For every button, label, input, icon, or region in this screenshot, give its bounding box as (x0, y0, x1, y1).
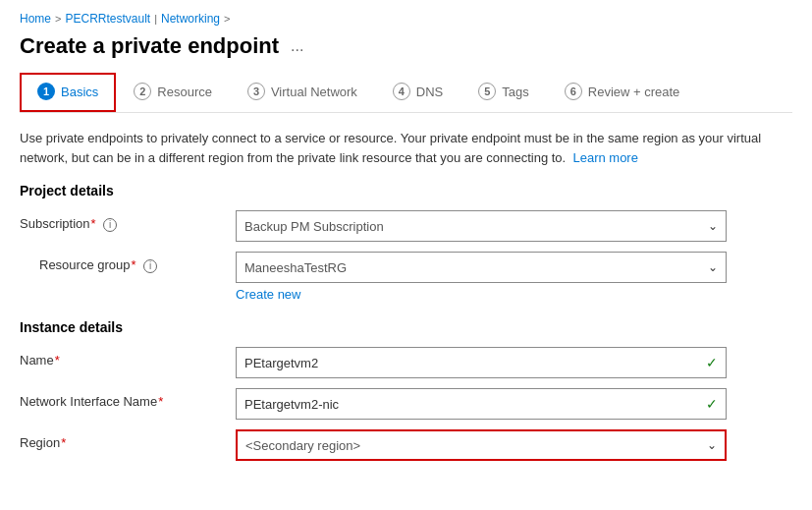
breadcrumb-section[interactable]: Networking (161, 12, 220, 26)
breadcrumb-vault[interactable]: PECRRtestvault (65, 12, 150, 26)
description-box: Use private endpoints to privately conne… (20, 129, 792, 167)
region-dropdown[interactable]: <Secondary region> ⌄ (236, 429, 727, 461)
name-value: PEtargetvm2 (244, 356, 698, 370)
nic-control: PEtargetvm2-nic ✓ (236, 388, 792, 420)
instance-details-section: Instance details Name* PEtargetvm2 ✓ Net… (20, 319, 792, 461)
step-vnet-num: 3 (247, 83, 265, 100)
ellipsis-button[interactable]: ... (287, 35, 307, 57)
breadcrumb-sep1: > (55, 13, 61, 25)
nic-label: Network Interface Name (20, 394, 157, 409)
step-review-create[interactable]: 6 Review + create (547, 73, 698, 112)
description-text: Use private endpoints to privately conne… (20, 131, 761, 165)
region-row: Region* <Secondary region> ⌄ (20, 429, 792, 461)
step-tags[interactable]: 5 Tags (460, 73, 546, 112)
nic-label-col: Network Interface Name* (20, 388, 236, 409)
subscription-label-col: Subscription* i (20, 210, 236, 232)
step-virtual-network[interactable]: 3 Virtual Network (230, 73, 375, 112)
name-check-icon: ✓ (706, 355, 718, 370)
step-tags-num: 5 (478, 83, 496, 100)
region-required: * (61, 435, 66, 450)
step-review-label: Review + create (588, 85, 680, 99)
rg-chevron-icon: ⌄ (708, 260, 718, 274)
wizard-steps: 1 Basics 2 Resource 3 Virtual Network 4 … (20, 73, 792, 113)
step-resource[interactable]: 2 Resource (116, 73, 230, 112)
name-required: * (55, 353, 60, 368)
resource-group-label-col: Resource group* i (20, 252, 236, 273)
subscription-required: * (91, 216, 96, 231)
learn-more-link[interactable]: Learn more (572, 150, 637, 165)
region-label-col: Region* (20, 429, 236, 450)
step-tags-label: Tags (502, 85, 528, 99)
project-details-section: Project details Subscription* i Backup P… (20, 183, 792, 302)
rg-required: * (132, 257, 136, 272)
subscription-label: Subscription (20, 216, 90, 231)
project-details-title: Project details (20, 183, 792, 198)
nic-required: * (158, 394, 163, 409)
step-dns[interactable]: 4 DNS (375, 73, 460, 112)
subscription-chevron-icon: ⌄ (708, 219, 718, 233)
rg-value: ManeeshaTestRG (244, 260, 700, 275)
step-dns-label: DNS (416, 85, 443, 99)
subscription-control: Backup PM Subscription ⌄ (236, 210, 792, 242)
step-resource-label: Resource (157, 85, 212, 99)
step-vnet-label: Virtual Network (271, 85, 357, 99)
region-control: <Secondary region> ⌄ (236, 429, 792, 461)
breadcrumb-home[interactable]: Home (20, 12, 51, 26)
nic-check-icon: ✓ (706, 396, 718, 412)
subscription-row: Subscription* i Backup PM Subscription ⌄ (20, 210, 792, 242)
rg-control: ManeeshaTestRG ⌄ Create new (236, 252, 792, 302)
subscription-value: Backup PM Subscription (244, 219, 700, 234)
breadcrumb: Home > PECRRtestvault | Networking > (20, 12, 792, 26)
instance-details-title: Instance details (20, 319, 792, 335)
region-label: Region (20, 435, 60, 450)
region-chevron-icon: ⌄ (707, 438, 717, 452)
step-basics-num: 1 (37, 83, 55, 100)
step-basics-label: Basics (61, 85, 98, 99)
name-control: PEtargetvm2 ✓ (236, 347, 792, 378)
nic-row: Network Interface Name* PEtargetvm2-nic … (20, 388, 792, 420)
rg-info-icon[interactable]: i (143, 259, 157, 273)
name-row: Name* PEtargetvm2 ✓ (20, 347, 792, 378)
name-label-col: Name* (20, 347, 236, 368)
nic-dropdown[interactable]: PEtargetvm2-nic ✓ (236, 388, 727, 420)
step-basics[interactable]: 1 Basics (20, 73, 116, 112)
breadcrumb-sep2: | (154, 13, 157, 25)
name-label: Name (20, 353, 54, 368)
resource-group-dropdown[interactable]: ManeeshaTestRG ⌄ (236, 252, 727, 283)
breadcrumb-sep3: > (224, 13, 230, 25)
page-container: Home > PECRRtestvault | Networking > Cre… (0, 0, 812, 498)
step-dns-num: 4 (393, 83, 410, 100)
page-title-row: Create a private endpoint ... (20, 33, 792, 59)
page-title: Create a private endpoint (20, 33, 279, 59)
create-new-link[interactable]: Create new (236, 287, 792, 302)
name-dropdown[interactable]: PEtargetvm2 ✓ (236, 347, 727, 378)
region-value: <Secondary region> (245, 438, 699, 453)
step-review-num: 6 (565, 83, 582, 100)
nic-value: PEtargetvm2-nic (244, 397, 698, 412)
resource-group-label: Resource group (39, 257, 131, 272)
step-resource-num: 2 (134, 83, 151, 100)
subscription-info-icon[interactable]: i (103, 218, 117, 232)
resource-group-row: Resource group* i ManeeshaTestRG ⌄ Creat… (20, 252, 792, 302)
subscription-dropdown[interactable]: Backup PM Subscription ⌄ (236, 210, 727, 242)
